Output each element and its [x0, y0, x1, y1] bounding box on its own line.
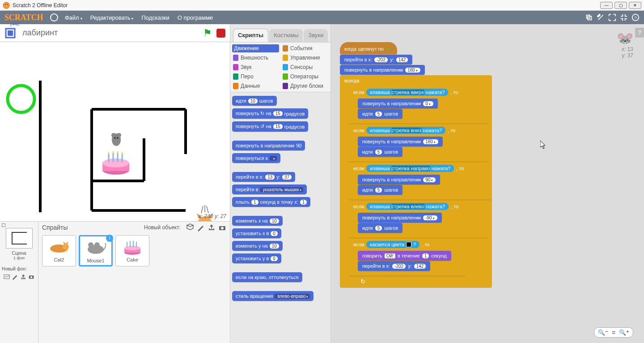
minimize-button[interactable]: —	[600, 2, 613, 9]
svg-point-33	[221, 227, 224, 230]
backdrop-thumb[interactable]	[6, 228, 33, 249]
tab-costumes[interactable]: Костюмы	[269, 29, 303, 42]
grow-icon[interactable]	[608, 13, 616, 21]
stage[interactable]: x: 240 y: 27	[0, 42, 230, 221]
category-Движение[interactable]: Движение	[232, 44, 279, 52]
block-goto-xy[interactable]: перейти в x:13y:37	[232, 172, 295, 182]
script-area[interactable]: когда щелкнут по⚑ перейти в x:-202y:142 …	[331, 24, 644, 343]
shrink-icon[interactable]	[620, 13, 628, 21]
tab-sounds[interactable]: Звуки	[304, 29, 328, 42]
block-say[interactable]: говоритьОй!в течение1секунд	[358, 251, 451, 261]
menu-about[interactable]: О программе	[178, 14, 213, 21]
category-Перо[interactable]: Перо	[232, 73, 279, 81]
zoom-in-button[interactable]: 🔍⁺	[619, 329, 629, 336]
zoom-reset-button[interactable]: =	[612, 329, 615, 336]
scene-label: Сцена	[2, 250, 36, 256]
block-change-y[interactable]: изменить y на10	[232, 241, 283, 251]
menu-edit[interactable]: Редактировать▾	[90, 14, 134, 21]
close-button[interactable]: ✕	[629, 2, 641, 9]
block-move-5c[interactable]: идти5шагов	[358, 185, 402, 195]
block-point-90[interactable]: повернуть в направлении90	[358, 175, 440, 184]
stage-y-readout: y442	[10, 21, 20, 26]
block-goto[interactable]: перейти вуказатель мышки	[232, 184, 307, 194]
sprite-mouse1[interactable]: iMouse1	[79, 235, 113, 266]
category-Другие блоки[interactable]: Другие блоки	[282, 82, 329, 90]
menu-file[interactable]: Файл▾	[65, 14, 82, 21]
c-if-touching[interactable]: если касается цвета? , то говоритьОй!в т…	[349, 238, 465, 276]
project-title[interactable]: лабиринт	[22, 28, 203, 38]
category-События[interactable]: События	[282, 44, 329, 52]
sprite-cake[interactable]: Cake	[115, 235, 149, 266]
help-icon[interactable]: ?	[631, 13, 640, 21]
block-set-x[interactable]: установить x в0	[232, 228, 281, 238]
category-Звук[interactable]: Звук	[232, 63, 279, 71]
block-move[interactable]: идти10шагов	[232, 96, 277, 106]
duplicate-icon[interactable]	[585, 13, 593, 21]
green-flag-button[interactable]: ⚑	[203, 27, 212, 39]
block-palette[interactable]: идти10шагов повернуть ↻ на15градусов пов…	[230, 92, 330, 339]
category-Внешность[interactable]: Внешность	[232, 54, 279, 62]
category-Данные[interactable]: Данные	[232, 82, 279, 90]
svg-text:?: ?	[634, 15, 637, 20]
sprite-cat2[interactable]: Cat2	[42, 235, 76, 266]
zoom-out-button[interactable]: 🔍⁻	[598, 329, 608, 336]
tab-scripts[interactable]: Скрипты	[233, 29, 268, 42]
block-point-180[interactable]: повернуть в направлении180	[358, 137, 443, 146]
upload-backdrop-icon[interactable]	[20, 273, 26, 280]
block-change-x[interactable]: изменить x на10	[232, 216, 283, 226]
sprite-panel: Сцена 1 фон Новый фон: Спрайты Новый объ…	[0, 221, 230, 343]
menu-bar: SCRATCH Файл▾ Редактировать▾ Подсказки О…	[0, 11, 644, 24]
block-point-to[interactable]: повернуться к	[232, 153, 280, 163]
block-rot-style[interactable]: стиль вращениявлево-вправо	[232, 291, 314, 301]
delete-icon[interactable]	[597, 13, 605, 21]
c-forever[interactable]: всегда если клавишастрелка вверхнажата? …	[340, 75, 492, 287]
block-point-0[interactable]: повернуть в направлении0	[358, 99, 438, 108]
new-sprite-label: Новый объект:	[144, 224, 181, 231]
sprite-info-icon[interactable]: i	[106, 235, 113, 242]
block-move-5a[interactable]: идти5шагов	[358, 109, 402, 119]
maximize-button[interactable]: ▢	[614, 2, 627, 9]
category-Управление[interactable]: Управление	[282, 54, 329, 62]
block-bounce[interactable]: если на краю, оттолкнуться	[232, 272, 302, 282]
sprite-library-icon[interactable]	[186, 223, 194, 232]
svg-point-20	[111, 133, 116, 137]
cond-key-right[interactable]: клавишастрелка направонажата?	[366, 165, 454, 172]
block-glide[interactable]: плыть1секунд в точку x:1	[232, 197, 310, 207]
backdrop-library-icon[interactable]	[4, 273, 10, 280]
cond-key-left[interactable]: клавишастрелка влевонажата?	[366, 203, 449, 210]
scratch-logo[interactable]: SCRATCH	[4, 13, 43, 22]
c-if-down[interactable]: если клавишастрелка внизнажата? , то пов…	[349, 124, 487, 162]
script-stack[interactable]: когда щелкнут по⚑ перейти в x:-202y:142 …	[340, 42, 635, 287]
camera-backdrop-icon[interactable]	[28, 273, 34, 280]
category-Операторы[interactable]: Операторы	[282, 73, 329, 81]
block-point-dir[interactable]: повернуть в направлении90	[232, 141, 305, 150]
c-if-right[interactable]: если клавишастрелка направонажата? , то …	[349, 162, 492, 200]
block-turn-cw[interactable]: повернуть ↻ на15градусов	[232, 108, 308, 119]
fullscreen-icon[interactable]	[4, 27, 16, 39]
block-move-5d[interactable]: идти5шагов	[358, 223, 402, 233]
block-point-dir-1[interactable]: повернуть в направлении180	[340, 65, 425, 75]
upload-sprite-icon[interactable]	[208, 223, 216, 232]
menu-tips[interactable]: Подсказки	[141, 14, 169, 21]
app-title: Scratch 2 Offline Editor	[13, 2, 600, 9]
svg-point-10	[102, 159, 129, 167]
hat-when-flag[interactable]: когда щелкнут по⚑	[340, 42, 397, 54]
block-set-y[interactable]: установить y в0	[232, 253, 281, 263]
block-move-5b[interactable]: идти5шагов	[358, 147, 402, 157]
stop-button[interactable]	[216, 29, 225, 38]
svg-point-7	[8, 86, 34, 112]
language-icon[interactable]	[50, 13, 58, 21]
block-goto-xy-2[interactable]: перейти в x:-202y:142	[358, 261, 430, 271]
cond-key-up[interactable]: клавишастрелка вверхнажата?	[366, 89, 448, 96]
block-point-m90[interactable]: повернуть в направлении-90	[358, 213, 442, 223]
cond-key-down[interactable]: клавишастрелка внизнажата?	[366, 127, 445, 134]
camera-sprite-icon[interactable]	[218, 223, 226, 232]
cond-touching-color[interactable]: касается цвета?	[366, 241, 419, 248]
c-if-left[interactable]: если клавишастрелка влевонажата? , то по…	[349, 200, 487, 238]
block-goto-xy-1[interactable]: перейти в x:-202y:142	[340, 55, 412, 64]
c-if-up[interactable]: если клавишастрелка вверхнажата? , то по…	[349, 86, 487, 124]
category-Сенсоры[interactable]: Сенсоры	[282, 63, 329, 71]
paint-backdrop-icon[interactable]	[12, 273, 18, 280]
paint-sprite-icon[interactable]	[197, 223, 205, 232]
block-turn-ccw[interactable]: повернуть ↺ на15градусов	[232, 121, 308, 132]
